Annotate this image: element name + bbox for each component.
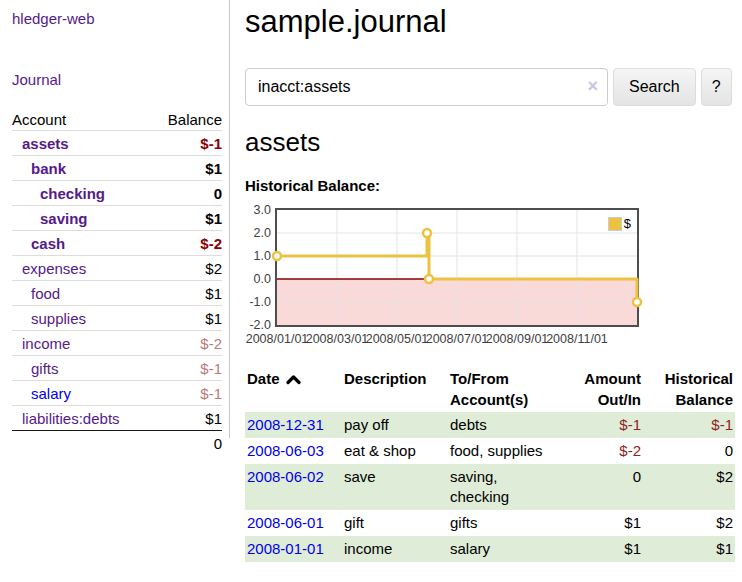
account-link-checking[interactable]: checking bbox=[12, 185, 105, 202]
balance-cell: 0 bbox=[643, 438, 735, 464]
y-axis-tick: 0.0 bbox=[245, 271, 271, 287]
account-link-liabilities-debts[interactable]: liabilities:debts bbox=[12, 410, 120, 427]
y-axis-tick: 3.0 bbox=[245, 202, 271, 218]
accounts-table: Account Balance assets $-1 bank $1 check… bbox=[12, 108, 222, 455]
sort-ascending-icon bbox=[286, 374, 301, 385]
account-link-gifts[interactable]: gifts bbox=[12, 360, 59, 377]
search-button[interactable]: Search bbox=[613, 68, 696, 106]
sidebar-item-journal[interactable]: Journal bbox=[12, 71, 230, 88]
account-row-gifts: gifts $-1 bbox=[12, 355, 222, 380]
amount-cell: 0 bbox=[558, 464, 643, 510]
account-balance: $-1 bbox=[200, 360, 222, 377]
search-bar: × Search ? bbox=[245, 68, 742, 106]
account-link-cash[interactable]: cash bbox=[12, 235, 65, 252]
account-row-bank: bank $1 bbox=[12, 155, 222, 180]
amount-cell: $-2 bbox=[558, 438, 643, 464]
date-link[interactable]: 2008-01-01 bbox=[247, 540, 324, 557]
date-column-header[interactable]: Date bbox=[245, 366, 342, 412]
description-cell: income bbox=[342, 536, 448, 562]
date-link[interactable]: 2008-06-03 bbox=[247, 442, 324, 459]
account-link-expenses[interactable]: expenses bbox=[12, 260, 86, 277]
sidebar-divider bbox=[229, 0, 230, 438]
date-link[interactable]: 2008-12-31 bbox=[247, 416, 324, 433]
account-heading: assets bbox=[245, 127, 742, 157]
account-link-supplies[interactable]: supplies bbox=[12, 310, 86, 327]
y-axis-tick: -1.0 bbox=[245, 294, 271, 310]
account-cell: gifts bbox=[448, 510, 558, 536]
description-column-header: Description bbox=[342, 366, 448, 412]
account-cell: debts bbox=[448, 412, 558, 438]
y-axis-tick: 1.0 bbox=[245, 248, 271, 264]
x-axis-tick: 2008/03/01 bbox=[305, 331, 369, 347]
x-axis-tick: 2008/11/01 bbox=[545, 331, 609, 347]
account-cell: salary bbox=[448, 536, 558, 562]
balance-cell: $2 bbox=[643, 510, 735, 536]
date-link[interactable]: 2008-06-02 bbox=[247, 468, 324, 485]
account-cell: food, supplies bbox=[448, 438, 558, 464]
account-column-header: Account bbox=[12, 111, 66, 128]
chart-title: Historical Balance: bbox=[245, 177, 742, 194]
description-cell: eat & shop bbox=[342, 438, 448, 464]
description-cell: save bbox=[342, 464, 448, 510]
account-link-saving[interactable]: saving bbox=[12, 210, 88, 227]
accounts-table-header: Account Balance bbox=[12, 108, 222, 130]
chart-canvas bbox=[277, 210, 637, 325]
x-axis-tick: 2008/07/01 bbox=[425, 331, 489, 347]
balance-column-header: Historical Balance bbox=[643, 366, 735, 412]
account-row-checking: checking 0 bbox=[12, 180, 222, 205]
account-link-bank[interactable]: bank bbox=[12, 160, 66, 177]
balance-column-header: Balance bbox=[168, 111, 222, 128]
page-title: sample.journal bbox=[245, 0, 742, 41]
account-row-cash: cash $-2 bbox=[12, 230, 222, 255]
description-cell: pay off bbox=[342, 412, 448, 438]
legend-swatch-icon bbox=[608, 217, 622, 231]
x-axis-tick: 2008/01/01 bbox=[245, 331, 309, 347]
account-link-salary[interactable]: salary bbox=[12, 385, 71, 402]
account-balance: 0 bbox=[214, 185, 222, 202]
account-row-income: income $-2 bbox=[12, 330, 222, 355]
accounts-total-value: 0 bbox=[214, 435, 222, 452]
account-row-supplies: supplies $1 bbox=[12, 305, 222, 330]
description-cell: gift bbox=[342, 510, 448, 536]
account-balance: $1 bbox=[205, 160, 222, 177]
amount-cell: $1 bbox=[558, 510, 643, 536]
y-axis-tick: 2.0 bbox=[245, 225, 271, 241]
register-row: 2008-06-03 eat & shop food, supplies $-2… bbox=[245, 438, 735, 464]
balance-cell: $2 bbox=[643, 464, 735, 510]
account-balance: $1 bbox=[205, 410, 222, 427]
account-row-saving: saving $1 bbox=[12, 205, 222, 230]
account-row-expenses: expenses $2 bbox=[12, 255, 222, 280]
account-row-food: food $1 bbox=[12, 280, 222, 305]
accounts-total-row: 0 bbox=[12, 430, 222, 455]
x-axis-tick: 2008/09/01 bbox=[485, 331, 549, 347]
brand-link[interactable]: hledger-web bbox=[12, 10, 230, 27]
account-link-assets[interactable]: assets bbox=[12, 135, 69, 152]
account-balance: $1 bbox=[205, 285, 222, 302]
account-link-food[interactable]: food bbox=[12, 285, 60, 302]
register-row: 2008-01-01 income salary $1 $1 bbox=[245, 536, 735, 562]
main-content: sample.journal × Search ? assets Histori… bbox=[245, 0, 742, 562]
account-balance: $-1 bbox=[200, 385, 222, 402]
balance-cell: $1 bbox=[643, 536, 735, 562]
search-input[interactable] bbox=[245, 68, 608, 106]
search-box: × bbox=[245, 68, 608, 106]
register-row: 2008-06-01 gift gifts $1 $2 bbox=[245, 510, 735, 536]
amount-column-header: Amount Out/In bbox=[558, 366, 643, 412]
amount-cell: $-1 bbox=[558, 412, 643, 438]
register-table: Date Description To/From Account(s) Amou… bbox=[245, 366, 735, 562]
historical-balance-chart: 3.0 2.0 1.0 0.0 -1.0 -2.0 bbox=[245, 206, 742, 350]
account-balance: $-2 bbox=[200, 235, 222, 252]
amount-cell: $1 bbox=[558, 536, 643, 562]
account-balance: $-1 bbox=[200, 135, 222, 152]
date-link[interactable]: 2008-06-01 bbox=[247, 514, 324, 531]
clear-search-icon[interactable]: × bbox=[587, 78, 598, 95]
account-row-salary: salary $-1 bbox=[12, 380, 222, 405]
search-help-button[interactable]: ? bbox=[701, 68, 732, 106]
account-link-income[interactable]: income bbox=[12, 335, 70, 352]
account-row-liabilities-debts: liabilities:debts $1 bbox=[12, 405, 222, 430]
account-balance: $1 bbox=[205, 310, 222, 327]
register-row: 2008-12-31 pay off debts $-1 $-1 bbox=[245, 412, 735, 438]
sidebar: hledger-web Journal Account Balance asse… bbox=[0, 0, 230, 455]
account-column-header: To/From Account(s) bbox=[448, 366, 558, 412]
chart-plot-area: $ bbox=[275, 208, 639, 327]
